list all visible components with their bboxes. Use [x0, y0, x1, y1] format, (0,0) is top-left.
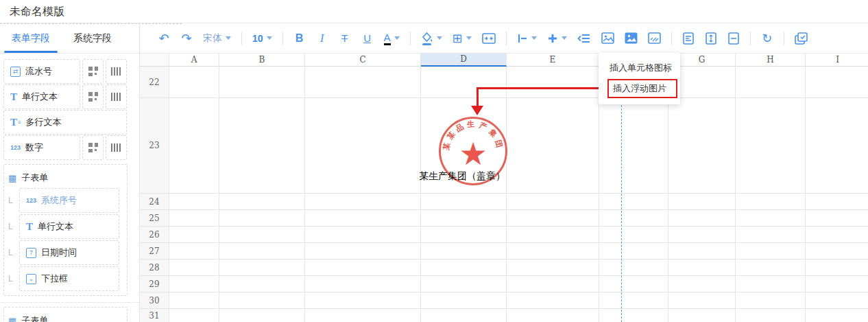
undo-icon[interactable]: ↶ [158, 30, 170, 47]
grid-cell[interactable] [806, 210, 868, 227]
grid-cell[interactable] [169, 194, 219, 210]
grid-cell[interactable] [599, 98, 668, 194]
row-header-31[interactable]: 31 [140, 309, 169, 322]
grid-cell[interactable] [421, 309, 507, 322]
grid-cell[interactable] [169, 276, 219, 292]
row-header-27[interactable]: 27 [140, 243, 169, 260]
field-item[interactable]: T≡多行文本 [3, 110, 127, 135]
tab-form-fields[interactable]: 表单字段 [0, 23, 62, 53]
grid-cell[interactable] [169, 98, 219, 194]
grid-cell[interactable] [507, 243, 599, 260]
field-item[interactable]: 7日期时间 [19, 240, 119, 265]
grid-cell[interactable] [507, 227, 599, 243]
column-header-D[interactable]: D [421, 54, 507, 67]
row-header-25[interactable]: 25 [140, 210, 169, 227]
column-header-C[interactable]: C [305, 54, 421, 67]
grid-cell[interactable] [668, 210, 736, 227]
barcode-field-item[interactable] [106, 84, 127, 109]
grid-cell[interactable] [599, 309, 668, 322]
grid-cell[interactable] [507, 292, 599, 309]
grid-cell[interactable] [736, 292, 806, 309]
grid-cell[interactable] [305, 210, 421, 227]
row-header-28[interactable]: 28 [140, 260, 169, 276]
tab-system-fields[interactable]: 系统字段 [62, 23, 123, 53]
grid-cell[interactable] [736, 98, 806, 194]
grid-cell[interactable] [599, 260, 668, 276]
grid-cell[interactable] [668, 227, 736, 243]
grid-cell[interactable] [668, 260, 736, 276]
menu-item-insert-cell-icon[interactable]: 插入单元格图标 [599, 58, 680, 78]
grid-cell[interactable] [736, 309, 806, 322]
grid-cell[interactable] [305, 260, 421, 276]
barcode-field-item[interactable] [106, 135, 127, 160]
grid-cell[interactable] [507, 276, 599, 292]
grid-cell[interactable] [736, 67, 806, 98]
borders-button[interactable]: ⊞ [453, 30, 472, 47]
refresh-icon[interactable]: ↻ [761, 30, 773, 47]
grid-cell[interactable] [219, 227, 305, 243]
grid-cell[interactable] [421, 243, 507, 260]
grid-cell[interactable] [507, 98, 599, 194]
grid-cell[interactable] [668, 194, 736, 210]
row-height-button[interactable] [705, 30, 717, 47]
merge-cells-button[interactable] [482, 30, 496, 47]
subform-group[interactable]: ▦子表单L123系统序号LT单行文本L7日期时间L⌄下拉框 [3, 164, 128, 296]
grid-cell[interactable] [806, 276, 868, 292]
field-item[interactable]: T单行文本 [3, 84, 80, 109]
field-item[interactable]: 123数字 [3, 135, 80, 160]
grid-cell[interactable] [219, 98, 305, 194]
grid-cell[interactable] [507, 309, 599, 322]
subform-group[interactable]: ▦子表单 [3, 307, 128, 322]
grid-cell[interactable] [806, 243, 868, 260]
row-header-24[interactable]: 24 [140, 194, 169, 210]
grid-cell[interactable] [599, 243, 668, 260]
grid-cell[interactable] [169, 67, 219, 98]
column-header-I[interactable]: I [806, 54, 868, 67]
grid-cell[interactable] [169, 260, 219, 276]
grid-cell[interactable] [169, 309, 219, 322]
grid-cell[interactable] [736, 243, 806, 260]
grid-cell[interactable] [421, 67, 507, 98]
grid-cell[interactable] [736, 194, 806, 210]
grid-cell[interactable] [806, 98, 868, 194]
copy-check-button[interactable] [795, 30, 808, 47]
qr-field-item[interactable] [82, 84, 104, 109]
grid-cell[interactable] [599, 227, 668, 243]
insert-floating-image-button[interactable] [625, 30, 638, 47]
grid-cell[interactable] [169, 227, 219, 243]
grid-cell[interactable] [305, 98, 421, 194]
menu-item-insert-floating-image[interactable]: 插入浮动图片 [607, 79, 677, 98]
grid-cell[interactable] [421, 292, 507, 309]
grid-cell[interactable] [736, 210, 806, 227]
grid-cell[interactable] [219, 67, 305, 98]
column-header-B[interactable]: B [219, 54, 305, 67]
cell-format-button[interactable] [682, 30, 695, 47]
row-header-30[interactable]: 30 [140, 292, 169, 309]
grid-cell[interactable] [305, 194, 421, 210]
font-family-select[interactable]: 宋体 [203, 30, 231, 47]
grid-cell[interactable] [219, 292, 305, 309]
grid-cell[interactable] [736, 227, 806, 243]
field-item[interactable]: 123系统序号 [19, 188, 119, 213]
grid-cell[interactable] [219, 243, 305, 260]
underline-button[interactable]: U [361, 30, 374, 47]
grid-cell[interactable] [421, 210, 507, 227]
grid-cell[interactable] [806, 292, 868, 309]
grid-cell[interactable] [507, 194, 599, 210]
grid-cell[interactable] [736, 260, 806, 276]
field-item[interactable]: ⇄流水号 [3, 59, 80, 84]
grid-cell[interactable] [421, 260, 507, 276]
redo-icon[interactable]: ↷ [180, 30, 193, 47]
grid-cell[interactable] [507, 67, 599, 98]
column-header-H[interactable]: H [736, 54, 806, 67]
grid-corner[interactable] [140, 54, 169, 67]
grid-cell[interactable] [668, 292, 736, 309]
bold-button[interactable]: B [293, 30, 306, 47]
grid-cell[interactable] [421, 194, 507, 210]
grid-cell[interactable] [668, 309, 736, 322]
font-size-select[interactable]: 10 [252, 30, 272, 47]
field-item[interactable]: T单行文本 [19, 214, 119, 239]
grid-cell[interactable] [736, 276, 806, 292]
row-header-26[interactable]: 26 [140, 227, 169, 243]
column-header-E[interactable]: E [507, 54, 599, 67]
